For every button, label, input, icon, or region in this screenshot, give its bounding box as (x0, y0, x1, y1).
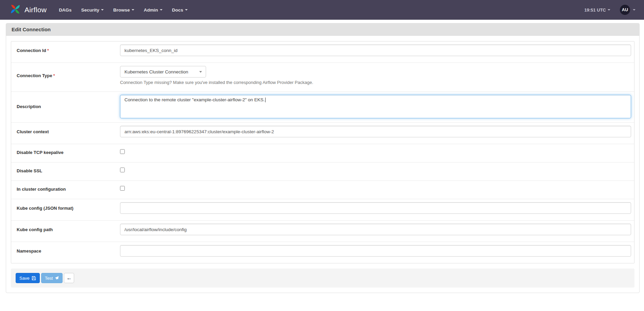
text-cursor (265, 98, 266, 102)
connection-type-help-text: Connection Type missing? Make sure you'v… (120, 80, 631, 85)
caret-down-icon (160, 9, 163, 11)
connection-id-input[interactable] (120, 45, 631, 56)
user-avatar: AU (620, 5, 630, 15)
connection-form: Connection Id* Connection Type* Kubernet… (11, 41, 634, 263)
caret-down-icon (633, 9, 635, 11)
nav-item-browse[interactable]: Browse (108, 7, 139, 13)
label-connection-id: Connection Id* (11, 48, 120, 53)
nav-item-admin[interactable]: Admin (139, 7, 167, 13)
nav-item-security[interactable]: Security (77, 7, 108, 13)
caret-down-icon (132, 9, 134, 11)
page-title: Edit Connection (6, 23, 639, 36)
selected-connection-type: Kubernetes Cluster Connection (124, 69, 188, 74)
caret-down-icon (101, 9, 104, 11)
nav-item-dags[interactable]: DAGs (54, 7, 77, 13)
save-button[interactable]: Save (16, 273, 40, 283)
utc-clock-dropdown[interactable]: 19:51 UTC (584, 7, 610, 13)
disable-ssl-checkbox[interactable] (120, 168, 125, 172)
caret-down-icon (608, 9, 610, 11)
label-kube-config-path: Kube config path (11, 227, 120, 232)
clock-label: 19:51 UTC (584, 7, 606, 13)
label-namespace: Namespace (11, 248, 120, 254)
paper-plane-icon (55, 276, 59, 280)
connection-type-select[interactable]: Kubernetes Cluster Connection (120, 66, 206, 77)
form-row-connection-type: Connection Type* Kubernetes Cluster Conn… (11, 63, 634, 91)
form-row-disable-tcp-keepalive: Disable TCP keepalive (11, 144, 634, 162)
form-row-disable-ssl: Disable SSL (11, 162, 634, 180)
navbar: Airflow DAGs Security Browse Admin Docs … (0, 0, 644, 20)
edit-connection-panel: Edit Connection Connection Id* Connectio… (6, 23, 640, 293)
label-kube-config-json: Kube config (JSON format) (11, 206, 120, 211)
disable-tcp-keepalive-checkbox[interactable] (120, 149, 125, 154)
label-connection-type: Connection Type* (11, 73, 120, 78)
form-row-in-cluster-configuration: In cluster configuration (11, 180, 634, 199)
main-menu: DAGs Security Browse Admin Docs (54, 7, 192, 13)
label-disable-ssl: Disable SSL (11, 168, 120, 173)
required-asterisk: * (47, 48, 49, 53)
avatar-initials: AU (622, 7, 628, 12)
required-asterisk: * (53, 73, 55, 78)
namespace-input[interactable] (120, 245, 631, 257)
label-cluster-context: Cluster context (11, 129, 120, 134)
form-row-description: Description Connection to the remote clu… (11, 91, 634, 122)
user-menu[interactable]: AU (620, 5, 635, 15)
floppy-disk-icon (32, 276, 36, 280)
description-text: Connection to the remote cluster "exampl… (124, 97, 265, 102)
panel-body: Connection Id* Connection Type* Kubernet… (6, 36, 639, 293)
airflow-brand[interactable]: Airflow (9, 3, 47, 17)
back-button[interactable]: ← (64, 273, 74, 283)
kube-config-json-input[interactable] (120, 202, 631, 214)
test-button[interactable]: Test (41, 273, 63, 283)
nav-item-docs[interactable]: Docs (167, 7, 192, 13)
caret-down-icon (185, 9, 188, 11)
navbar-right: 19:51 UTC AU (584, 5, 635, 15)
form-row-cluster-context: Cluster context (11, 122, 634, 144)
label-in-cluster-configuration: In cluster configuration (11, 187, 120, 192)
cluster-context-input[interactable] (120, 126, 631, 137)
description-textarea[interactable]: Connection to the remote cluster "exampl… (120, 95, 631, 118)
label-description: Description (11, 104, 120, 109)
back-arrow-icon: ← (66, 275, 72, 281)
form-row-namespace: Namespace (11, 242, 634, 263)
in-cluster-configuration-checkbox[interactable] (120, 186, 125, 191)
chevron-down-icon (199, 71, 202, 73)
form-row-kube-config-path: Kube config path (11, 220, 634, 242)
form-row-connection-id: Connection Id* (11, 41, 634, 63)
brand-label: Airflow (24, 6, 47, 14)
airflow-pinwheel-logo-icon (9, 3, 21, 17)
kube-config-path-input[interactable] (120, 224, 631, 235)
form-footer-bar: Save Test ← (11, 269, 634, 288)
form-row-kube-config-json: Kube config (JSON format) (11, 199, 634, 220)
label-disable-tcp-keepalive: Disable TCP keepalive (11, 150, 120, 155)
